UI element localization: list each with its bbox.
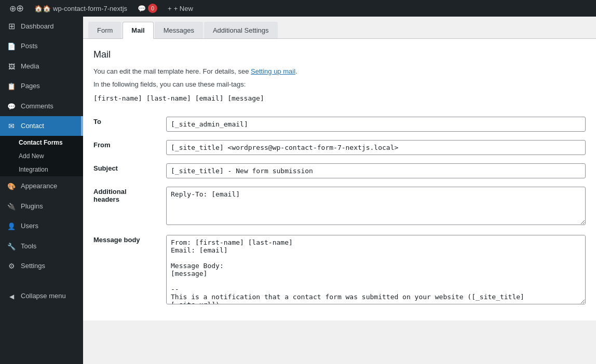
from-row: From — [93, 136, 586, 159]
message-body-row: Message body — [93, 231, 586, 310]
sidebar-label-appearance: Appearance — [21, 181, 57, 191]
mail-panel: Mail You can edit the mail template here… — [83, 39, 596, 320]
tab-messages[interactable]: Messages — [155, 22, 203, 38]
admin-bar: ⊕ 🏠 wp-contact-form-7-nextjs 💬 0 + + New — [0, 0, 596, 17]
sidebar-label-plugins: Plugins — [21, 202, 43, 211]
tab-form[interactable]: Form — [88, 22, 121, 38]
sidebar-item-contact[interactable]: Contact — [0, 116, 83, 136]
sidebar-label-settings: Settings — [21, 261, 45, 271]
message-body-label: Message body — [93, 231, 166, 310]
home-icon: 🏠 — [34, 5, 51, 12]
sidebar-label-pages: Pages — [21, 81, 40, 91]
sidebar-collapse-button[interactable]: Collapse menu — [0, 286, 83, 306]
comments-icon — [6, 101, 17, 112]
subject-label: Subject — [93, 159, 166, 183]
sidebar-label-media: Media — [21, 62, 39, 71]
tab-additional-settings[interactable]: Additional Settings — [204, 22, 278, 38]
mail-tags: [first-name] [last-name] [email] [messag… — [93, 94, 586, 102]
sidebar-label-contact: Contact — [21, 121, 44, 131]
site-name: wp-contact-form-7-nextjs — [53, 5, 127, 12]
sidebar-item-media[interactable]: Media — [0, 57, 83, 76]
sidebar-item-pages[interactable]: Pages — [0, 76, 83, 96]
sidebar-sub-contact-forms[interactable]: Contact Forms — [0, 136, 83, 149]
mail-desc-text-1: You can edit the mail template here. For… — [93, 67, 249, 75]
comments-bar-icon: 💬 — [138, 5, 146, 12]
sidebar-label-comments: Comments — [21, 102, 53, 111]
tabs-bar: Form Mail Messages Additional Settings — [83, 17, 596, 39]
new-label: + New — [174, 5, 193, 12]
add-new-label: Add New — [19, 152, 44, 160]
sidebar-label-users: Users — [21, 221, 38, 231]
subject-row: Subject — [93, 159, 586, 183]
appearance-icon — [6, 180, 17, 192]
comments-bar-link[interactable]: 💬 0 — [132, 0, 162, 17]
users-icon — [6, 220, 17, 232]
additional-headers-label: Additionalheaders — [93, 183, 166, 231]
to-label: To — [93, 113, 166, 136]
tab-mail-label: Mail — [131, 26, 144, 34]
main-content: Form Mail Messages Additional Settings M… — [83, 17, 596, 364]
sidebar-item-tools[interactable]: Tools — [0, 236, 83, 256]
sidebar-sub-integration[interactable]: Integration — [0, 163, 83, 176]
to-input[interactable] — [166, 117, 586, 132]
mail-form-table: To From Subject — [93, 113, 586, 310]
media-icon — [6, 61, 17, 72]
sidebar: Dashboard Posts Media Pages Comments Con… — [0, 17, 83, 364]
sidebar-collapse-label: Collapse menu — [21, 291, 66, 301]
collapse-icon — [6, 290, 17, 302]
settings-icon — [6, 260, 17, 272]
active-indicator — [81, 116, 83, 136]
mail-title: Mail — [93, 49, 586, 60]
mail-description-1: You can edit the mail template here. For… — [93, 66, 586, 77]
sidebar-item-dashboard[interactable]: Dashboard — [0, 17, 83, 36]
integration-label: Integration — [19, 166, 48, 173]
tools-icon — [6, 241, 17, 252]
mail-desc-period: . — [295, 67, 297, 75]
comments-count-badge: 0 — [148, 4, 157, 13]
sidebar-item-posts[interactable]: Posts — [0, 36, 83, 56]
site-name-link[interactable]: 🏠 wp-contact-form-7-nextjs — [29, 0, 132, 17]
sidebar-item-plugins[interactable]: Plugins — [0, 197, 83, 216]
posts-icon — [6, 40, 17, 52]
plugins-icon — [6, 201, 17, 212]
wp-icon: ⊕ — [9, 3, 24, 14]
new-icon: + — [168, 5, 172, 12]
to-row: To — [93, 113, 586, 136]
setting-up-mail-link[interactable]: Setting up mail — [251, 67, 295, 75]
tab-mail[interactable]: Mail — [123, 22, 153, 39]
tab-form-label: Form — [97, 26, 113, 34]
sidebar-item-comments[interactable]: Comments — [0, 96, 83, 116]
sidebar-item-appearance[interactable]: Appearance — [0, 176, 83, 196]
additional-headers-textarea[interactable] — [166, 187, 586, 225]
contact-submenu: Contact Forms Add New Integration — [0, 136, 83, 176]
tab-messages-label: Messages — [164, 26, 194, 34]
dashboard-icon — [6, 21, 17, 32]
message-body-textarea[interactable] — [166, 235, 586, 304]
from-label: From — [93, 136, 166, 159]
wp-logo[interactable]: ⊕ — [4, 0, 29, 17]
contact-forms-label: Contact Forms — [19, 139, 63, 146]
mail-description-2: In the following fields, you can use the… — [93, 79, 586, 90]
new-content-button[interactable]: + + New — [162, 0, 198, 17]
additional-headers-row: Additionalheaders — [93, 183, 586, 231]
sidebar-label-tools: Tools — [21, 242, 36, 251]
subject-input[interactable] — [166, 163, 586, 178]
contact-icon — [6, 120, 17, 132]
sidebar-label-dashboard: Dashboard — [21, 22, 54, 31]
from-input[interactable] — [166, 140, 586, 155]
sidebar-label-posts: Posts — [21, 41, 38, 51]
sidebar-sub-add-new[interactable]: Add New — [0, 149, 83, 163]
sidebar-item-users[interactable]: Users — [0, 216, 83, 236]
sidebar-item-settings[interactable]: Settings — [0, 256, 83, 276]
tab-additional-settings-label: Additional Settings — [213, 26, 269, 34]
pages-icon — [6, 80, 17, 92]
